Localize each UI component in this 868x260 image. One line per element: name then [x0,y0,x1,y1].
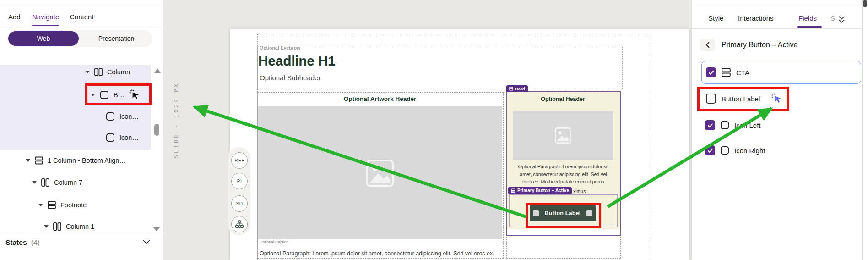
rows-icon [47,200,56,210]
card-paragraph-line: eros ex. Morbi vulputate enim ut purus [507,178,619,186]
right-scrollbar-thumb[interactable] [863,0,867,7]
tab-fields-underline [797,26,822,28]
icon-right-checkbox[interactable] [705,145,715,155]
mode-toggle-presentation[interactable]: Presentation [80,30,152,47]
bottom-paragraph-text[interactable]: Optional Paragraph: Lorem ipsum dolor si… [260,250,494,257]
caption-text[interactable]: Optional Caption [260,240,288,244]
card-paragraph-line: Optional Paragraph: Lorem ipsum dolor si… [507,163,619,171]
click-cursor-icon [771,93,783,105]
square-icon [720,120,730,130]
caret-down-icon[interactable] [32,181,37,184]
tree-item-label: Icon… [119,113,139,120]
back-button[interactable] [700,39,715,51]
sitemap-icon [235,220,244,229]
card-paragraph[interactable]: Optional Paragraph: Lorem ipsum dolor si… [507,163,619,186]
eyebrow-text[interactable]: Optional Eyebrow [260,45,300,50]
columns-icon [41,178,50,187]
ref-button[interactable]: REF [231,152,248,169]
artwork-header-text[interactable]: Optional Artwork Header [257,95,503,102]
tree-item-column-1[interactable]: Column 1 [0,216,163,237]
field-row-button-label[interactable]: Button Label [701,89,839,109]
tree-item-label: Column 7 [54,179,82,186]
caret-down-icon[interactable] [26,159,30,162]
mode-toggle: Web Presentation [7,30,152,47]
tree-item-column[interactable]: Column [0,61,163,83]
tree-scrollbar-thumb[interactable] [154,124,159,136]
mode-toggle-web[interactable]: Web [8,31,79,46]
tab-states-truncated[interactable]: S [830,14,835,22]
left-tabs-divider [0,28,163,28]
button-label-checkbox[interactable] [706,94,716,104]
tree-item-column-7[interactable]: Column 7 [0,172,163,193]
rows-icon [721,67,731,77]
sd-button[interactable]: SD [231,195,248,212]
pi-button[interactable]: PI [231,173,248,189]
square-icon [720,145,730,155]
scroll-up-arrow[interactable] [154,68,161,73]
rows-icon [509,87,513,91]
tab-navigate[interactable]: Navigate [32,13,59,21]
cta-checkbox[interactable] [706,67,716,77]
card-paragraph-line: amet, consectetur adipiscing elit. Sed v… [507,171,619,178]
tab-fields[interactable]: Fields [798,14,817,22]
check-icon [707,148,713,153]
click-cursor-icon [129,89,141,101]
tree-item-label: B… [114,91,125,99]
headline-text[interactable]: Headline H1 [258,53,335,69]
tab-content[interactable]: Content [70,13,94,21]
tree-item-label: Icon… [119,134,139,141]
tree-item-label: 1 Column - Bottom Align… [48,157,126,164]
check-icon [707,123,713,128]
square-icon [105,111,115,122]
field-row-cta[interactable]: CTA [701,61,861,84]
tree-item-1-column-bottom-align[interactable]: 1 Column - Bottom Align… [0,150,163,171]
card-header-text[interactable]: Optional Header [506,96,619,102]
scroll-down-arrow[interactable] [153,227,160,231]
tree-item-label: Column [107,68,130,76]
states-header[interactable]: States (4) [5,238,40,247]
right-scroll-track-border [862,0,863,260]
caret-down-icon[interactable] [44,225,49,228]
tab-interactions[interactable]: Interactions [738,14,774,22]
tree-item-icon-1[interactable]: Icon… [0,106,163,127]
chevron-left-icon [705,41,710,49]
chevron-down-icon[interactable] [142,239,151,245]
tree-item-b[interactable]: B… [0,84,163,105]
caret-down-icon[interactable] [85,71,90,73]
columns-icon [53,222,62,231]
button-icon-right-placeholder [586,210,592,216]
primary-button[interactable]: Button Label [530,205,596,221]
icon-left-checkbox[interactable] [705,120,715,130]
tree-item-icon-2[interactable]: Icon… [0,127,163,148]
rows-icon [34,156,43,165]
right-tabs-divider [691,28,863,29]
tree-item-footnote[interactable]: Footnote [0,194,163,216]
sitemap-button[interactable] [231,216,248,232]
card-tag-label: Card [515,86,525,91]
right-panel-top-divider [691,6,868,6]
states-label: States [5,238,27,246]
field-label-icon-right: Icon Right [734,147,765,155]
caret-down-icon[interactable] [38,204,43,206]
image-placeholder-icon [554,127,571,144]
subheader-text[interactable]: Optional Subheader [260,74,320,82]
tab-navigate-underline [32,25,59,26]
card-tag[interactable]: Card [506,85,528,92]
tab-style[interactable]: Style [708,14,723,22]
primary-button-tag-label: Primary Button – Active [517,188,569,193]
primary-button-tag[interactable]: Primary Button – Active [508,187,572,194]
columns-icon [94,67,103,77]
tree-item-label: Column 1 [66,223,94,230]
field-row-icon-right[interactable]: Icon Right [701,140,839,160]
states-divider [0,233,163,233]
tree-item-label: Footnote [60,201,87,209]
square-icon [105,133,115,143]
field-label-icon-left: Icon Left [734,122,761,129]
double-chevron-down-icon[interactable] [837,15,846,24]
field-row-icon-left[interactable]: Icon Left [701,115,839,135]
button-label-text: Button Label [545,210,581,216]
caret-down-icon[interactable] [91,94,95,96]
tab-add[interactable]: Add [8,13,21,21]
inspector-title: Primary Button – Active [722,41,797,49]
left-panel-top-divider [0,6,163,6]
